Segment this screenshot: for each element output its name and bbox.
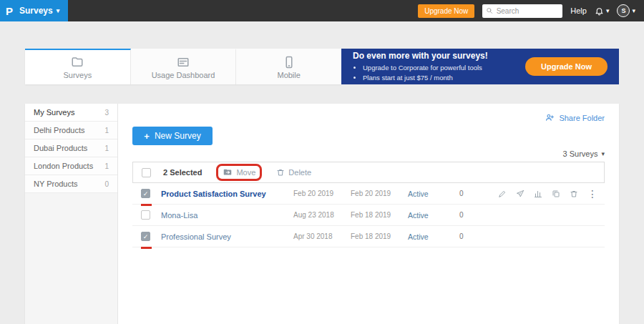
surveys-content: Share Folder + New Survey 3 Surveys ▾ 2 … bbox=[118, 104, 619, 324]
bell-icon bbox=[595, 6, 604, 16]
sidebar-item-my-surveys[interactable]: My Surveys 3 bbox=[25, 104, 117, 122]
reports-chart-icon[interactable] bbox=[534, 190, 542, 198]
share-folder-label: Share Folder bbox=[559, 114, 605, 122]
survey-name-link[interactable]: Professional Survey bbox=[161, 232, 293, 241]
folder-label: My Surveys bbox=[34, 108, 74, 117]
share-folder-button[interactable]: Share Folder bbox=[545, 113, 605, 122]
created-date: Feb 20 2019 bbox=[293, 190, 351, 197]
brand: P Surveys ▾ bbox=[0, 0, 68, 21]
mobile-icon bbox=[283, 56, 296, 69]
folder-label: NY Products bbox=[34, 180, 78, 188]
tab-surveys[interactable]: Surveys bbox=[25, 49, 131, 84]
account-menu[interactable]: S ▾ bbox=[617, 4, 635, 17]
row-checkbox[interactable]: ✓ bbox=[141, 232, 150, 241]
folders-sidebar: My Surveys 3 Delhi Products 1 Dubai Prod… bbox=[25, 104, 118, 324]
surveys-app-menu-label: Surveys bbox=[19, 6, 53, 16]
folder-count: 1 bbox=[104, 144, 109, 152]
status-badge: Active bbox=[408, 232, 459, 241]
table-row: ✓ Professional Survey Apr 30 2018 Feb 18… bbox=[132, 226, 605, 247]
modified-date: Feb 18 2019 bbox=[351, 211, 408, 219]
folder-count: 1 bbox=[104, 162, 109, 170]
sidebar-item-london-products[interactable]: London Products 1 bbox=[25, 157, 117, 175]
copy-icon[interactable] bbox=[552, 190, 560, 198]
responses-count: 0 bbox=[459, 232, 495, 240]
selected-count-label: 2 Selected bbox=[163, 168, 202, 177]
promo-banner: Do even more with your surveys! Upgrade … bbox=[341, 49, 619, 84]
row-checkbox-wrap bbox=[141, 210, 152, 220]
folder-count: 0 bbox=[104, 180, 109, 188]
folder-label: Dubai Products bbox=[34, 144, 87, 152]
new-survey-label: New Survey bbox=[155, 131, 201, 141]
delete-label: Delete bbox=[288, 168, 311, 177]
created-date: Aug 23 2018 bbox=[293, 211, 351, 219]
modified-date: Feb 20 2019 bbox=[351, 190, 408, 197]
folder-count: 1 bbox=[104, 127, 109, 134]
promo-title: Do even more with your surveys! bbox=[353, 51, 488, 61]
tab-usage-dashboard-label: Usage Dashboard bbox=[152, 71, 215, 79]
move-button[interactable]: Move bbox=[223, 167, 255, 177]
annotation-move-highlight: Move bbox=[216, 164, 262, 181]
survey-name-link[interactable]: Mona-Lisa bbox=[161, 211, 293, 220]
chevron-down-icon: ▾ bbox=[601, 150, 605, 157]
move-folder-icon bbox=[223, 167, 233, 177]
created-date: Apr 30 2018 bbox=[293, 232, 351, 240]
tab-surveys-label: Surveys bbox=[63, 71, 92, 79]
select-all-wrap bbox=[142, 168, 152, 177]
survey-name-link[interactable]: Product Satisfaction Survey bbox=[161, 190, 293, 198]
sidebar-item-dubai-products[interactable]: Dubai Products 1 bbox=[25, 139, 117, 157]
promo-upgrade-now-button[interactable]: Upgrade Now bbox=[525, 57, 608, 76]
delete-button[interactable]: Delete bbox=[276, 168, 311, 177]
send-icon[interactable] bbox=[516, 190, 525, 198]
select-all-checkbox[interactable] bbox=[142, 168, 151, 177]
upgrade-now-button[interactable]: Upgrade Now bbox=[418, 4, 474, 18]
search-input[interactable] bbox=[497, 7, 560, 15]
tabs-promo-band: Surveys Usage Dashboard Mobile Do even m… bbox=[25, 49, 619, 84]
surveys-count-label: 3 Surveys bbox=[563, 149, 598, 158]
person-plus-icon bbox=[545, 113, 555, 122]
responses-count: 0 bbox=[459, 190, 495, 197]
chevron-down-icon: ▾ bbox=[606, 7, 610, 14]
row-checkbox[interactable]: ✓ bbox=[141, 189, 150, 198]
app-logo: P bbox=[6, 5, 13, 17]
main-card: My Surveys 3 Delhi Products 1 Dubai Prod… bbox=[25, 104, 619, 324]
promo-text: Do even more with your surveys! Upgrade … bbox=[353, 51, 488, 83]
more-options-icon[interactable]: ⋮ bbox=[587, 189, 597, 199]
search-box[interactable] bbox=[482, 4, 562, 18]
promo-bullet: Plans start at just $75 / month bbox=[363, 73, 488, 83]
annotation-underline bbox=[141, 204, 152, 206]
tab-mobile[interactable]: Mobile bbox=[236, 49, 341, 84]
responses-count: 0 bbox=[459, 211, 495, 219]
topbar-right: Upgrade Now Help ▾ S ▾ bbox=[418, 0, 644, 21]
folder-label: Delhi Products bbox=[34, 126, 85, 134]
row-checkbox[interactable] bbox=[141, 210, 150, 220]
plus-icon: + bbox=[144, 131, 150, 142]
move-label: Move bbox=[236, 168, 255, 177]
status-badge: Active bbox=[408, 190, 459, 198]
promo-bullets: Upgrade to Corporate for powerful tools … bbox=[353, 63, 488, 83]
help-link[interactable]: Help bbox=[570, 6, 587, 15]
folder-label: London Products bbox=[34, 162, 93, 170]
sidebar-item-ny-products[interactable]: NY Products 0 bbox=[25, 175, 117, 193]
promo-bullet: Upgrade to Corporate for powerful tools bbox=[363, 63, 488, 73]
edit-icon[interactable] bbox=[498, 190, 507, 198]
trash-icon bbox=[276, 168, 285, 177]
notifications-menu[interactable]: ▾ bbox=[595, 6, 610, 16]
surveys-app-menu[interactable]: Surveys ▾ bbox=[19, 6, 59, 16]
folder-count: 3 bbox=[104, 109, 109, 117]
sidebar-item-delhi-products[interactable]: Delhi Products 1 bbox=[25, 122, 117, 139]
topbar: P Surveys ▾ Upgrade Now Help ▾ S ▾ bbox=[0, 0, 644, 21]
tab-usage-dashboard[interactable]: Usage Dashboard bbox=[131, 49, 237, 84]
table-row: Mona-Lisa Aug 23 2018 Feb 18 2019 Active… bbox=[132, 205, 605, 226]
surveys-count-dropdown[interactable]: 3 Surveys ▾ bbox=[132, 149, 605, 158]
row-checkbox-wrap: ✓ bbox=[141, 189, 152, 198]
modified-date: Feb 18 2019 bbox=[351, 232, 408, 240]
bulk-actions-toolbar: 2 Selected Move Delete bbox=[132, 162, 605, 183]
row-actions: ⋮ bbox=[495, 189, 597, 199]
dashboard-icon bbox=[177, 56, 190, 69]
tab-bar: Surveys Usage Dashboard Mobile bbox=[25, 49, 341, 84]
annotation-underline bbox=[141, 247, 152, 249]
chevron-down-icon: ▾ bbox=[632, 7, 635, 14]
trash-icon[interactable] bbox=[570, 190, 578, 198]
status-badge: Active bbox=[408, 211, 459, 220]
new-survey-button[interactable]: + New Survey bbox=[132, 127, 213, 145]
